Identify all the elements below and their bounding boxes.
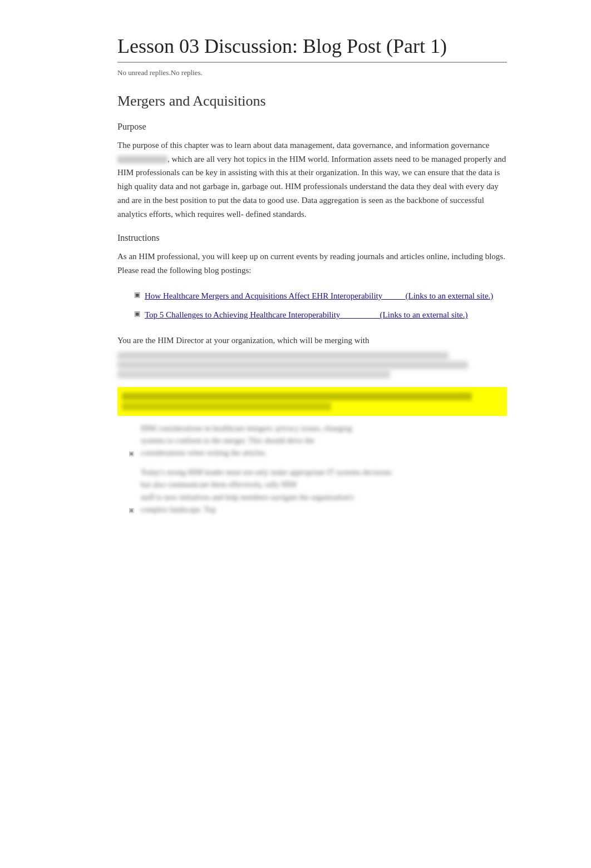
blurred-inline-1 [117, 156, 168, 163]
blurred-pre-highlight [117, 352, 507, 378]
sub-blurred-list: HIM considerations in healthcare mergers… [117, 423, 507, 517]
main-heading: Mergers and Acquisitions [117, 93, 507, 110]
blog-links-list: How Healthcare Mergers and Acquisitions … [117, 290, 507, 321]
blog-link-1[interactable]: How Healthcare Mergers and Acquisitions … [145, 290, 493, 302]
highlighted-block [117, 387, 507, 416]
instructions-section: Instructions As an HIM professional, you… [117, 233, 507, 277]
highlighted-inner [122, 393, 503, 410]
you-are-text: You are the HIM Director at your organiz… [117, 334, 507, 348]
blog-link-2[interactable]: Top 5 Challenges to Achieving Healthcare… [145, 309, 467, 321]
purpose-text: The purpose of this chapter was to learn… [117, 138, 507, 221]
reply-status: No unread replies.No replies. [117, 68, 507, 77]
page-container: Lesson 03 Discussion: Blog Post (Part 1)… [62, 0, 529, 569]
blurred-text-2: Today's strong HIM leader must not only … [141, 467, 392, 517]
blog-link-item-1[interactable]: How Healthcare Mergers and Acquisitions … [134, 290, 507, 302]
blurred-text-1: HIM considerations in healthcare mergers… [141, 423, 352, 460]
blog-link-item-2[interactable]: Top 5 Challenges to Achieving Healthcare… [134, 309, 507, 321]
blog-link-2-suffix: (Links to an external site.) [380, 310, 468, 319]
sub-blurred-item-2: Today's strong HIM leader must not only … [129, 467, 507, 517]
instructions-text: As an HIM professional, you will keep up… [117, 250, 507, 277]
instructions-heading: Instructions [117, 233, 507, 243]
purpose-heading: Purpose [117, 122, 507, 132]
sub-blurred-item-1: HIM considerations in healthcare mergers… [129, 423, 507, 460]
page-title: Lesson 03 Discussion: Blog Post (Part 1) [117, 33, 507, 63]
blog-link-1-suffix: (Links to an external site.) [406, 291, 494, 300]
